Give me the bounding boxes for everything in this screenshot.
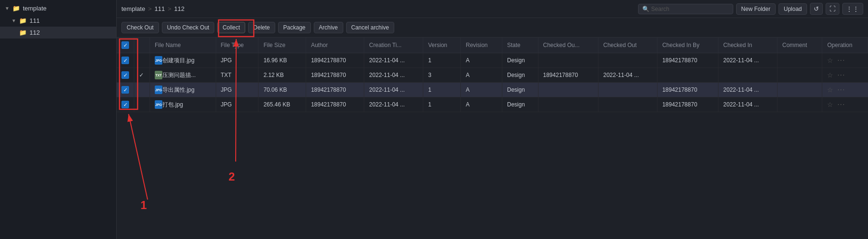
collect-button[interactable]: Collect <box>217 22 245 33</box>
row-creation: 2022-11-04 ... <box>364 68 423 83</box>
col-header-checkedin[interactable]: Checked In <box>718 38 778 53</box>
row-checkedout-by <box>538 53 598 68</box>
undo-checkout-button[interactable]: Undo Check Out <box>162 22 215 33</box>
row-more-menu[interactable]: ··· <box>837 86 845 94</box>
row-filename-cell[interactable]: JPG 导出属性.jpg <box>150 83 216 97</box>
col-header-creation[interactable]: Creation Ti... <box>364 38 423 53</box>
file-table: ✓ File Name File Type File Size Author C… <box>117 38 868 112</box>
col-header-comment[interactable]: Comment <box>777 38 822 53</box>
row-checkbox[interactable]: ✓ <box>121 71 129 79</box>
row-operation-cell: ☆ ··· <box>822 83 868 97</box>
col-header-checkbox[interactable]: ✓ <box>117 38 134 53</box>
row-checkedout: 2022-11-04 ... <box>599 68 658 83</box>
row-checkbox[interactable]: ✓ <box>121 101 129 108</box>
row-checkedin-by: 18942178870 <box>657 97 718 112</box>
expand-button[interactable]: ⛶ <box>826 3 839 15</box>
row-checkbox[interactable]: ✓ <box>121 86 129 94</box>
row-operation-cell: ☆ ··· <box>822 68 868 82</box>
row-state: Design <box>502 53 538 68</box>
col-header-checkedout-by[interactable]: Checked Ou... <box>538 38 598 53</box>
table-header-row: ✓ File Name File Type File Size Author C… <box>117 38 868 53</box>
row-checkbox-cell[interactable]: ✓ <box>117 83 134 97</box>
row-author: 18942178870 <box>306 83 364 97</box>
col-header-checkedout[interactable]: Checked Out <box>599 38 658 53</box>
row-indicator-cell <box>134 53 150 68</box>
row-checkedout-by: 18942178870 <box>538 68 598 83</box>
row-checkedin-by <box>657 68 718 83</box>
refresh-button[interactable]: ↺ <box>810 3 823 15</box>
row-checkedout <box>599 83 658 97</box>
row-filename-cell[interactable]: TXT 压测问题描... <box>150 68 216 83</box>
col-header-checkedin-by[interactable]: Checked In By <box>657 38 718 53</box>
checkout-button[interactable]: Check Out <box>121 22 159 33</box>
cancel-archive-button[interactable]: Cancel archive <box>346 22 394 33</box>
jpg-icon: JPG <box>155 86 162 94</box>
package-button[interactable]: Package <box>278 22 311 33</box>
row-checkedin: 2022-11-04 ... <box>718 97 778 112</box>
sidebar-root[interactable]: ▼ 📁 template <box>0 2 116 15</box>
col-header-version[interactable]: Version <box>423 38 461 53</box>
row-more-menu[interactable]: ··· <box>837 56 845 65</box>
txt-icon: TXT <box>155 71 162 79</box>
row-more-menu[interactable]: ··· <box>837 71 845 79</box>
row-indicator-cell <box>134 83 150 97</box>
row-operation-cell: ☆ ··· <box>822 53 868 67</box>
main-content: template > 111 > 112 🔍 New Folder Upload… <box>117 0 868 239</box>
upload-button[interactable]: Upload <box>778 3 807 15</box>
row-checkbox[interactable]: ✓ <box>121 57 129 64</box>
row-creation: 2022-11-04 ... <box>364 53 423 68</box>
archive-button[interactable]: Archive <box>314 22 343 33</box>
new-folder-button[interactable]: New Folder <box>736 3 776 15</box>
row-filetype: TXT <box>216 68 259 83</box>
folder-icon: 📁 <box>12 5 20 12</box>
row-filename-cell[interactable]: JPG 创建项目.jpg <box>150 53 216 68</box>
search-box[interactable]: 🔍 <box>638 4 733 14</box>
row-star[interactable]: ☆ <box>827 57 833 64</box>
breadcrumb-sep1: > <box>148 5 152 12</box>
row-checkedin: 2022-11-04 ... <box>718 83 778 97</box>
row-more-menu[interactable]: ··· <box>837 100 845 109</box>
row-comment <box>777 68 822 83</box>
col-header-operation[interactable]: Operation <box>822 38 868 53</box>
breadcrumb-sep2: > <box>168 5 171 12</box>
row-star[interactable]: ☆ <box>827 71 833 79</box>
delete-button[interactable]: Delete <box>248 22 275 33</box>
search-input[interactable] <box>651 6 729 12</box>
sidebar-node-112[interactable]: 📁 112 <box>0 27 116 38</box>
col-header-author[interactable]: Author <box>306 38 364 53</box>
col-header-revision[interactable]: Revision <box>461 38 502 53</box>
row-indicator-cell <box>134 97 150 112</box>
row-filesize: 2.12 KB <box>259 68 306 83</box>
sidebar-node-112-label: 112 <box>30 29 40 36</box>
grid-button[interactable]: ⋮⋮ <box>842 3 863 15</box>
breadcrumb: template > 111 > 112 <box>121 5 184 12</box>
row-checkbox-cell[interactable]: ✓ <box>117 97 134 112</box>
row-star[interactable]: ☆ <box>827 101 833 108</box>
row-checkedout-by <box>538 97 598 112</box>
select-all-checkbox[interactable]: ✓ <box>121 41 129 49</box>
row-revision: A <box>461 97 502 112</box>
row-checkedout <box>599 53 658 68</box>
col-header-filetype[interactable]: File Type <box>216 38 259 53</box>
sidebar-root-label: template <box>23 5 47 12</box>
row-version: 1 <box>423 83 461 97</box>
row-filesize: 265.46 KB <box>259 97 306 112</box>
search-icon: 🔍 <box>642 6 649 12</box>
row-filename-cell[interactable]: JPG 打包.jpg <box>150 97 216 112</box>
breadcrumb-part1: template <box>121 5 145 12</box>
row-filetype: JPG <box>216 83 259 97</box>
row-star[interactable]: ☆ <box>827 86 833 94</box>
row-checkbox-cell[interactable]: ✓ <box>117 68 134 83</box>
row-version: 3 <box>423 68 461 83</box>
col-header-filesize[interactable]: File Size <box>259 38 306 53</box>
jpg-icon: JPG <box>155 56 162 65</box>
row-comment <box>777 97 822 112</box>
row-checkbox-cell[interactable]: ✓ <box>117 53 134 68</box>
sidebar-node-111[interactable]: ▼ 📁 111 <box>0 15 116 27</box>
col-header-state[interactable]: State <box>502 38 538 53</box>
table-row: ✓ JPG 创建项目.jpg JPG 16.96 KB 18942178870 … <box>117 53 868 68</box>
col-header-filename[interactable]: File Name <box>150 38 216 53</box>
row-checkedin <box>718 68 778 83</box>
row-operation-cell: ☆ ··· <box>822 97 868 112</box>
table-row: ✓ JPG 导出属性.jpg JPG 70.06 KB 18942178870 … <box>117 83 868 97</box>
